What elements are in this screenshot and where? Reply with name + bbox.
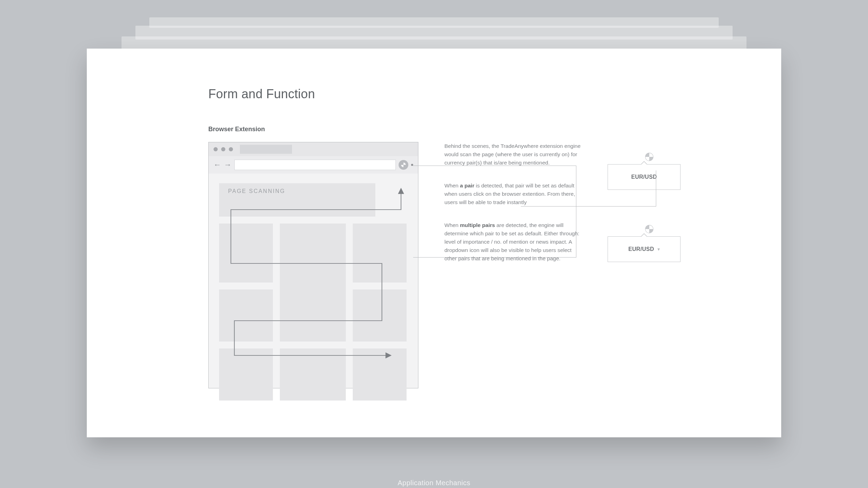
content-block xyxy=(219,289,273,342)
popup-multi-pair: EUR/USD ▾ xyxy=(608,236,681,262)
caret-up-icon xyxy=(641,233,648,237)
browser-tab xyxy=(240,145,292,154)
pair-label: EUR/USD xyxy=(631,174,657,180)
page-title: Form and Function xyxy=(208,87,660,101)
slide-stack: Form and Function Browser Extension ← → xyxy=(87,17,781,410)
forward-arrow-icon: → xyxy=(224,161,232,169)
explain-scanning: Behind the scenes, the TradeAnywhere ext… xyxy=(444,142,582,167)
window-dot xyxy=(229,147,233,151)
window-dot xyxy=(214,147,218,151)
diagram-row: ← → PAGE SCANNING xyxy=(208,142,660,388)
content-grid xyxy=(219,224,408,401)
window-dot xyxy=(221,147,225,151)
content-block xyxy=(353,289,407,342)
slide: Form and Function Browser Extension ← → xyxy=(87,49,781,437)
caret-up-icon xyxy=(641,161,648,165)
popup-multi: EUR/USD ▾ xyxy=(608,225,691,262)
extension-icon xyxy=(645,225,654,234)
explanation-column: Behind the scenes, the TradeAnywhere ext… xyxy=(444,142,582,277)
scan-banner: PAGE SCANNING xyxy=(219,183,375,217)
browser-address-bar: ← → xyxy=(209,156,418,174)
popup-examples: EUR/USD EUR/USD ▾ xyxy=(608,142,691,297)
extension-icon xyxy=(645,152,654,161)
browser-tabbar xyxy=(209,142,418,156)
content-block xyxy=(280,348,346,401)
extension-badge-dot xyxy=(411,164,413,166)
content-block xyxy=(353,348,407,401)
popup-single-pair: EUR/USD xyxy=(608,164,681,190)
url-field xyxy=(234,160,396,170)
back-arrow-icon: ← xyxy=(214,161,221,169)
content-block xyxy=(280,224,346,342)
pair-label: EUR/USD xyxy=(628,246,654,252)
popup-single: EUR/USD xyxy=(608,152,691,190)
explain-single-pair: When a pair is detected, that pair will … xyxy=(444,182,582,207)
page-body: PAGE SCANNING xyxy=(209,174,418,388)
explain-multiple-pairs: When multiple pairs are detected, the en… xyxy=(444,221,582,263)
slide-caption: Application Mechanics xyxy=(87,479,781,487)
content-block xyxy=(219,224,273,283)
extension-icon xyxy=(399,160,408,170)
content-block xyxy=(353,224,407,283)
section-subtitle: Browser Extension xyxy=(208,126,660,133)
content-block xyxy=(219,348,273,401)
chevron-down-icon: ▾ xyxy=(658,247,660,252)
browser-mockup: ← → PAGE SCANNING xyxy=(208,142,418,388)
